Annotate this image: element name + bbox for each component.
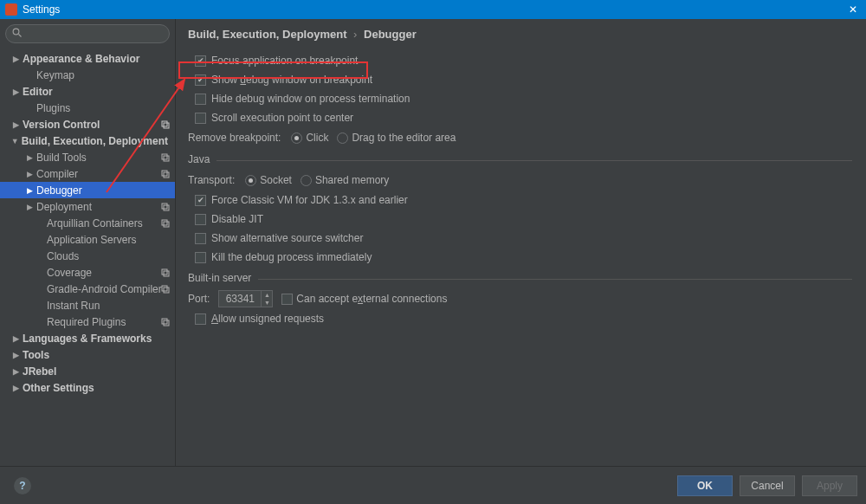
radio-transport-shared[interactable]: Shared memory (301, 174, 389, 186)
tree-item-coverage[interactable]: Coverage (0, 264, 175, 281)
option-scroll-execution[interactable]: Scroll execution point to center (188, 108, 852, 127)
svg-rect-3 (164, 123, 169, 128)
tree-item-build-tools[interactable]: ▶Build Tools (0, 149, 175, 165)
tree-item-jrebel[interactable]: ▶JRebel (0, 363, 175, 379)
tree-item-label: Version Control (23, 119, 100, 131)
tree-arrow-icon: ▶ (24, 170, 35, 178)
tree-item-debugger[interactable]: ▶Debugger (0, 182, 175, 198)
option-disable-jit[interactable]: Disable JIT (188, 210, 852, 229)
port-input-wrap: ▲▼ (218, 290, 273, 307)
tree-item-deployment[interactable]: ▶Deployment (0, 198, 175, 215)
svg-rect-11 (164, 222, 169, 227)
svg-rect-9 (164, 205, 169, 210)
option-kill-debug-process[interactable]: Kill the debug process immediately (188, 248, 852, 267)
tree-arrow-icon: ▶ (10, 351, 21, 359)
checkbox-icon[interactable] (195, 94, 206, 105)
tree-item-label: JRebel (23, 365, 56, 378)
help-button[interactable]: ? (14, 477, 31, 494)
tree-item-gradle-android-compiler[interactable]: Gradle-Android Compiler (0, 281, 175, 297)
port-label: Port: (188, 293, 210, 305)
svg-rect-15 (164, 288, 169, 293)
tree-item-instant-run[interactable]: Instant Run (0, 297, 175, 313)
tree-arrow-icon: ▼ (10, 137, 20, 145)
svg-point-0 (13, 29, 19, 35)
radio-remove-drag[interactable]: Drag to the editor area (337, 132, 456, 144)
option-transport: Transport: Socket Shared memory (188, 170, 852, 191)
option-hide-debug-window[interactable]: Hide debug window on process termination (188, 89, 852, 108)
port-spinner[interactable]: ▲▼ (261, 291, 272, 307)
tree-item-label: Debugger (36, 184, 82, 197)
tree-item-label: Editor (23, 86, 53, 98)
tree-item-application-servers[interactable]: Application Servers (0, 231, 175, 248)
window-close-button[interactable]: ✕ (845, 3, 861, 16)
tree-item-compiler[interactable]: ▶Compiler (0, 165, 175, 182)
tree-arrow-icon: ▶ (10, 367, 21, 376)
search-icon (12, 28, 23, 38)
checkbox-icon[interactable] (195, 252, 206, 263)
option-allow-unsigned[interactable]: Allow unsigned requests (188, 309, 852, 328)
tree-arrow-icon: ▶ (24, 153, 35, 162)
tree-item-label: Appearance & Behavior (23, 53, 139, 65)
radio-transport-socket[interactable]: Socket (245, 174, 292, 186)
radio-remove-click[interactable]: Click (291, 132, 328, 144)
checkbox-icon[interactable] (195, 55, 206, 67)
tree-item-label: Compiler (36, 168, 78, 180)
tree-item-keymap[interactable]: Keymap (0, 67, 175, 83)
builtin-server-section: Built-in server Port: ▲▼ Can accept exte… (188, 279, 852, 328)
tree-item-label: Other Settings (23, 382, 94, 394)
tree-item-build-execution-deployment[interactable]: ▼Build, Execution, Deployment (0, 132, 175, 149)
checkbox-icon[interactable] (195, 233, 206, 244)
tree-arrow-icon: ▶ (10, 384, 21, 392)
checkbox-icon[interactable] (195, 113, 206, 124)
ok-button[interactable]: OK (677, 475, 733, 496)
checkbox-icon[interactable] (195, 214, 206, 225)
tree-item-label: Coverage (47, 267, 92, 279)
title-bar: Settings ✕ (0, 0, 866, 19)
settings-sidebar: ▶Appearance & BehaviorKeymap▶EditorPlugi… (0, 19, 176, 466)
option-remove-breakpoint: Remove breakpoint: Click Drag to the edi… (188, 127, 852, 148)
tree-item-label: Required Plugins (47, 316, 126, 328)
settings-search-input[interactable] (5, 24, 170, 43)
option-show-debug-window[interactable]: Show debug window on breakpoint (188, 70, 852, 89)
svg-rect-6 (162, 171, 167, 176)
tree-item-label: Languages & Frameworks (23, 333, 152, 345)
java-section: Java Transport: Socket Shared memory For… (188, 160, 852, 267)
tree-item-editor[interactable]: ▶Editor (0, 83, 175, 100)
tree-item-arquillian-containers[interactable]: Arquillian Containers (0, 215, 175, 231)
checkbox-icon[interactable] (195, 195, 206, 206)
tree-item-label: Tools (23, 349, 49, 361)
tree-item-other-settings[interactable]: ▶Other Settings (0, 379, 175, 396)
checkbox-icon[interactable] (281, 294, 293, 305)
settings-content: Build, Execution, Deployment › Debugger … (176, 19, 866, 466)
tree-item-label: Clouds (47, 250, 79, 262)
dialog-footer: ? OK Cancel Apply (0, 466, 866, 504)
tree-item-version-control[interactable]: ▶Version Control (0, 116, 175, 132)
tree-item-appearance-behavior[interactable]: ▶Appearance & Behavior (0, 50, 175, 67)
project-scope-icon (161, 170, 170, 178)
port-input[interactable] (219, 293, 261, 305)
tree-item-tools[interactable]: ▶Tools (0, 346, 175, 363)
option-focus-app[interactable]: Focus application on breakpoint (188, 51, 852, 70)
settings-tree: ▶Appearance & BehaviorKeymap▶EditorPlugi… (0, 50, 175, 396)
svg-rect-12 (162, 269, 167, 275)
svg-rect-4 (162, 154, 167, 159)
project-scope-icon (161, 268, 170, 277)
tree-arrow-icon: ▶ (24, 186, 35, 195)
tree-item-clouds[interactable]: Clouds (0, 248, 175, 264)
option-can-accept-external[interactable]: Can accept external connections (281, 293, 447, 305)
checkbox-icon[interactable] (195, 313, 206, 325)
tree-item-plugins[interactable]: Plugins (0, 100, 175, 116)
option-alt-source-switcher[interactable]: Show alternative source switcher (188, 229, 852, 248)
svg-rect-2 (162, 121, 167, 126)
tree-item-required-plugins[interactable]: Required Plugins (0, 313, 175, 330)
tree-item-languages-frameworks[interactable]: ▶Languages & Frameworks (0, 330, 175, 346)
tree-item-label: Application Servers (47, 234, 136, 246)
tree-arrow-icon: ▶ (10, 55, 21, 63)
tree-item-label: Arquillian Containers (47, 217, 143, 229)
option-force-classic-vm[interactable]: Force Classic VM for JDK 1.3.x and earli… (188, 191, 852, 210)
tree-arrow-icon: ▶ (10, 334, 21, 343)
checkbox-icon[interactable] (195, 74, 206, 86)
cancel-button[interactable]: Cancel (740, 475, 795, 496)
apply-button[interactable]: Apply (802, 475, 857, 496)
tree-item-label: Instant Run (47, 300, 100, 312)
